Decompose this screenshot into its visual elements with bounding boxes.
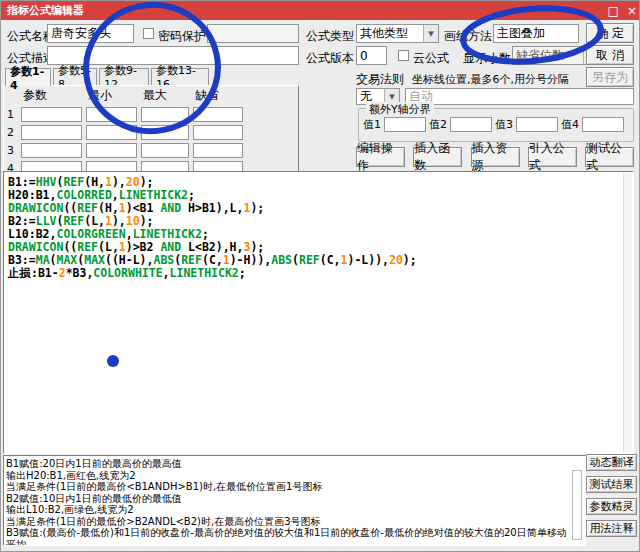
tab-param-2[interactable]: 参数5-8 — [53, 68, 97, 85]
translation-line: B2赋值:10日内1日前的最低价的最低值 — [6, 493, 569, 505]
param-input[interactable] — [141, 107, 189, 122]
param-input[interactable] — [193, 143, 243, 158]
param-column-header: 最大 — [141, 87, 189, 104]
toolbar-button[interactable]: 插入资源 — [471, 147, 520, 167]
ok-button[interactable]: 确 定 — [586, 23, 634, 43]
password-input[interactable] — [207, 24, 299, 43]
cloud-formula-checkbox[interactable] — [398, 50, 409, 61]
side-button[interactable]: 动态翻译 — [586, 454, 637, 471]
toolbar: 编辑操作插入函数插入资源引入公式测试公式 — [356, 147, 634, 167]
yaxis-value-label: 值4 — [561, 117, 579, 132]
param-input[interactable] — [21, 125, 82, 140]
yaxis-value-label: 值2 — [429, 117, 447, 132]
yaxis-value-label: 值3 — [495, 117, 513, 132]
coord-hint-label: 坐标线位置,最多6个,用分号分隔 — [412, 72, 569, 87]
yaxis-value-input[interactable] — [516, 117, 558, 132]
param-input[interactable] — [141, 125, 189, 140]
tab-param-3[interactable]: 参数9-12 — [99, 68, 149, 85]
show-decimal-label: 显示小数 — [463, 50, 511, 67]
translation-line: B3赋值:(最高价-最低价)和1日前的收盘价-最高价的绝对值的较大值和1日前的收… — [6, 527, 569, 546]
coord-position-input[interactable]: 自动 — [405, 88, 634, 105]
translation-line: 当满足条件(1日前的最高价<B1ANDH>B1)时,在最低价位置画1号图标 — [6, 481, 569, 493]
param-column-header: 缺省 — [193, 87, 243, 104]
param-input[interactable] — [86, 107, 137, 122]
draw-method-select[interactable]: 主图叠加 — [493, 24, 579, 43]
toolbar-button[interactable]: 编辑操作 — [356, 147, 405, 167]
translation-line: B1赋值:20日内1日前的最高价的最高值 — [6, 458, 569, 470]
param-input[interactable] — [193, 125, 243, 140]
window-title: 指标公式编辑器 — [1, 3, 84, 18]
param-input[interactable] — [86, 143, 137, 158]
param-input[interactable] — [21, 143, 82, 158]
side-button[interactable]: 用法注释 — [586, 520, 637, 537]
chevron-down-icon[interactable]: ▼ — [423, 25, 438, 42]
formula-version-input[interactable]: 0 — [356, 46, 387, 65]
tab-param-4[interactable]: 参数13-16 — [151, 68, 209, 85]
extra-yaxis-label: 额外Y轴分界 — [366, 102, 434, 117]
translation-line: 输出L10:B2,画绿色,线宽为2 — [6, 504, 569, 516]
yaxis-value-label: 值1 — [363, 117, 381, 132]
param-input[interactable] — [193, 107, 243, 122]
param-row-number: 2 — [7, 126, 17, 139]
yaxis-value-input[interactable] — [450, 117, 492, 132]
password-checkbox[interactable] — [143, 28, 154, 39]
param-row-number: 1 — [7, 108, 17, 121]
cancel-button[interactable]: 取 消 — [586, 45, 634, 65]
param-column-header: 最小 — [86, 87, 137, 104]
code-line: 止损:B1-2*B3,COLORWHITE,LINETHICK2; — [8, 267, 631, 280]
draw-method-label: 画线方法 — [444, 28, 492, 45]
tab-param-1[interactable]: 参数1-4 — [5, 68, 51, 86]
param-input[interactable] — [21, 107, 82, 122]
translation-line: 输出H20:B1,画红色,线宽为2 — [6, 470, 569, 482]
formula-type-label: 公式类型 — [306, 28, 354, 45]
code-lines: B1:=HHV(REF(H,1),20);H20:B1,COLORRED,LIN… — [8, 176, 631, 280]
param-table-panel: 参数最小最大缺省1234 — [3, 85, 299, 173]
translation-line: 当满足条件(1日前的最低价>B2ANDL<B2)时,在最高价位置画3号图标 — [6, 516, 569, 528]
yaxis-field: 值4 — [561, 117, 624, 132]
param-row-number: 3 — [7, 144, 17, 157]
yaxis-value-input[interactable] — [582, 117, 624, 132]
translation-pane: B1赋值:20日内1日前的最高价的最高值输出H20:B1,画红色,线宽为2当满足… — [3, 455, 586, 546]
maximize-icon[interactable]: □ — [608, 4, 619, 18]
yaxis-field: 值2 — [429, 117, 492, 132]
side-buttons: 动态翻译测试结果参数精灵用法注释 — [586, 454, 637, 542]
translation-scrollbar[interactable] — [572, 470, 582, 540]
extra-yaxis-group: 额外Y轴分界 值1值2值3值4 — [358, 108, 634, 142]
toolbar-button[interactable]: 引入公式 — [528, 147, 577, 167]
param-grid: 参数最小最大缺省1234 — [7, 87, 243, 176]
password-label: 密码保护 — [158, 28, 206, 45]
param-input[interactable] — [141, 143, 189, 158]
toolbar-button[interactable]: 插入函数 — [413, 147, 462, 167]
titlebar[interactable]: 指标公式编辑器 □ × — [1, 1, 640, 20]
trade-rule-label: 交易法则 — [356, 71, 404, 88]
yaxis-field: 值3 — [495, 117, 558, 132]
formula-type-select[interactable]: 其他类型▼ — [356, 24, 439, 43]
cloud-formula-label: 云公式 — [413, 50, 449, 67]
save-as-button[interactable]: 另存为 — [586, 67, 634, 87]
param-input[interactable] — [86, 125, 137, 140]
formula-name-input[interactable]: 唐奇安多头 — [47, 24, 134, 43]
code-editor[interactable]: B1:=HHV(REF(H,1),20);H20:B1,COLORRED,LIN… — [3, 171, 634, 454]
yaxis-field: 值1 — [363, 117, 426, 132]
yaxis-fields: 值1值2值3值4 — [363, 117, 627, 132]
close-icon[interactable]: × — [627, 4, 637, 18]
side-button[interactable]: 参数精灵 — [586, 498, 637, 515]
code-scrollbar[interactable] — [623, 173, 632, 452]
formula-version-label: 公式版本 — [306, 50, 354, 67]
side-button[interactable]: 测试结果 — [586, 476, 637, 493]
yaxis-value-input[interactable] — [384, 117, 426, 132]
formula-editor-dialog: 指标公式编辑器 □ × 公式名称 唐奇安多头 密码保护 公式类型 其他类型▼ 画… — [0, 0, 640, 552]
translation-lines: B1赋值:20日内1日前的最高价的最高值输出H20:B1,画红色,线宽为2当满足… — [6, 458, 569, 546]
toolbar-button[interactable]: 测试公式 — [585, 147, 634, 167]
